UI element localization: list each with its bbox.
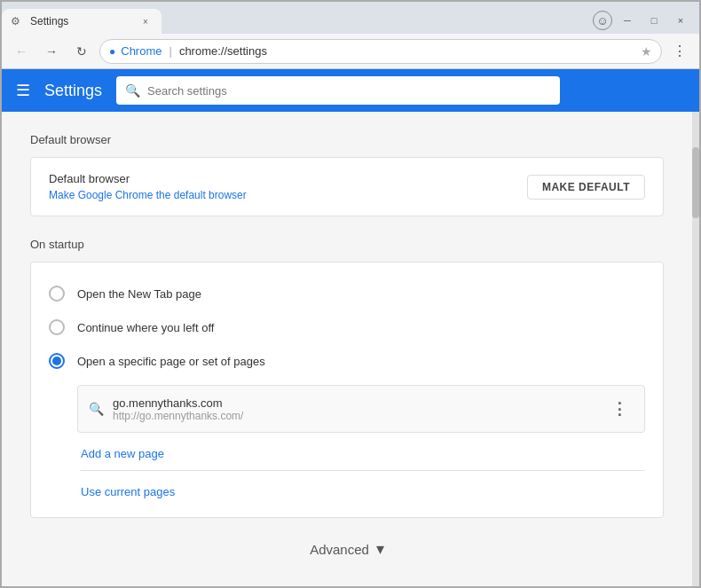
page-more-button[interactable]: ⋮ [605, 395, 634, 423]
title-bar: ⚙ Settings × ☺ ─ □ × [2, 2, 699, 34]
settings-tab-label: Settings [30, 15, 68, 27]
close-button[interactable]: × [669, 12, 692, 29]
hamburger-icon[interactable]: ☰ [16, 81, 30, 100]
radio-2-label: Continue where you left off [77, 321, 214, 334]
main-content: PC Default browser Default browser Make … [2, 112, 699, 586]
account-icon[interactable]: ☺ [593, 11, 612, 30]
page-info: go.mennythanks.com http://go.mennythanks… [113, 396, 596, 422]
url-box[interactable]: ● Chrome | chrome://settings ★ [99, 39, 662, 64]
use-current-row: Use current pages [77, 483, 645, 499]
radio-3-label: Open a specific page or set of pages [77, 355, 265, 368]
use-current-pages-link[interactable]: Use current pages [81, 485, 175, 498]
chrome-menu-button[interactable]: ⋮ [667, 39, 692, 64]
url-text[interactable]: chrome://settings [179, 44, 635, 58]
startup-radio-group: Open the New Tab page Continue where you… [49, 277, 645, 378]
radio-1-label: Open the New Tab page [77, 287, 201, 301]
radio-3-circle [49, 353, 65, 369]
radio-1-circle [49, 286, 65, 302]
default-browser-section-label: Default browser [30, 133, 664, 146]
tab-area: ⚙ Settings × [2, 2, 593, 34]
settings-tab-icon: ⚙ [11, 15, 23, 27]
default-browser-info: Default browser Make Google Chrome the d… [49, 172, 247, 201]
url-separator: | [169, 44, 172, 58]
advanced-label: Advanced [310, 542, 369, 557]
settings-tab[interactable]: ⚙ Settings × [2, 9, 161, 34]
default-browser-title: Default browser [49, 172, 247, 185]
advanced-row[interactable]: Advanced ▾ [30, 539, 664, 559]
on-startup-section-label: On startup [30, 238, 664, 251]
minimize-button[interactable]: ─ [616, 12, 639, 29]
scrollbar-thumb[interactable] [692, 147, 699, 218]
search-settings-input[interactable] [147, 84, 551, 98]
scrollbar-track[interactable] [692, 112, 699, 586]
secure-icon: ● [109, 45, 115, 58]
divider [81, 470, 645, 471]
page-search-icon: 🔍 [89, 402, 104, 416]
page-url: http://go.mennythanks.com/ [113, 410, 596, 422]
startup-option-3[interactable]: Open a specific page or set of pages [49, 344, 645, 378]
search-icon: 🔍 [125, 83, 140, 98]
add-new-page-link[interactable]: Add a new page [81, 447, 164, 460]
window-controls: ☺ ─ □ × [593, 11, 692, 34]
bookmark-star-icon[interactable]: ★ [641, 44, 652, 59]
maximize-button[interactable]: □ [642, 12, 666, 29]
tab-close-button[interactable]: × [138, 14, 153, 28]
page-name: go.mennythanks.com [113, 396, 596, 410]
search-settings-box[interactable]: 🔍 [116, 76, 560, 105]
add-page-row: Add a new page [77, 445, 645, 461]
page-entry: 🔍 go.mennythanks.com http://go.mennythan… [77, 385, 645, 433]
make-default-button[interactable]: MAKE DEFAULT [527, 175, 645, 200]
default-browser-subtitle: Make Google Chrome the default browser [49, 189, 247, 201]
startup-option-1[interactable]: Open the New Tab page [49, 277, 645, 310]
url-scheme: Chrome [121, 44, 161, 58]
address-bar: ← → ↻ ● Chrome | chrome://settings ★ ⋮ [2, 34, 699, 69]
new-tab-placeholder [165, 11, 186, 32]
radio-3-dot [52, 357, 61, 365]
content-area: PC Default browser Default browser Make … [2, 112, 692, 586]
reload-button[interactable]: ↻ [69, 39, 94, 64]
forward-button[interactable]: → [39, 39, 64, 64]
radio-2-circle [49, 319, 65, 335]
settings-header-title: Settings [44, 82, 102, 100]
back-button[interactable]: ← [9, 39, 34, 64]
advanced-chevron-icon: ▾ [376, 539, 384, 559]
on-startup-card: Open the New Tab page Continue where you… [30, 262, 664, 518]
startup-option-2[interactable]: Continue where you left off [49, 310, 645, 344]
settings-header: ☰ Settings 🔍 [2, 69, 699, 112]
default-browser-card: Default browser Make Google Chrome the d… [30, 157, 664, 216]
